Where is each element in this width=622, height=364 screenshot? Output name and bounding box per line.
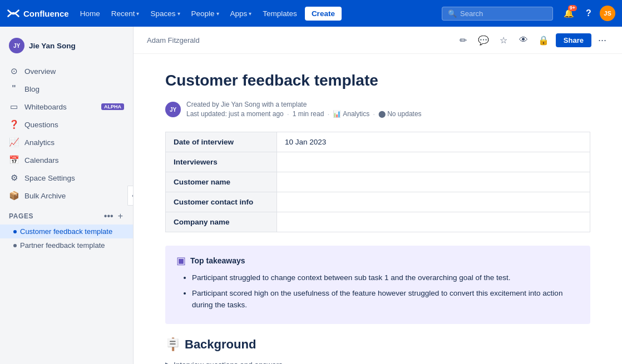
sidebar-item-label: Overview [24,67,124,76]
help-icon: ? [586,8,591,18]
restrict-button[interactable]: 🔒 [536,32,551,48]
table-cell-value[interactable] [277,212,590,232]
overview-icon: ⊙ [9,66,19,76]
breadcrumb: Adam Fitzgerald [147,36,200,44]
sidebar-item-label: Calendars [24,156,124,164]
pages-section-actions: ••• + [103,210,124,222]
search-icon: 🔍 [448,9,457,18]
calendars-icon: 📅 [9,155,19,165]
comment-icon: 💬 [478,35,489,46]
search-bar[interactable]: 🔍 Search [442,7,553,21]
table-row: Date of interview 10 Jan 2023 [166,132,590,152]
star-icon: ☆ [500,35,507,46]
sidebar-item-blog[interactable]: " Blog [0,80,133,98]
lock-icon: 🔒 [538,35,549,46]
whiteboards-icon: ▭ [9,102,19,112]
nav-templates[interactable]: Templates [258,7,302,20]
table-row: Customer name [166,172,590,192]
pages-section-header: Pages ••• + [0,205,133,225]
questions-icon: ❓ [9,119,19,129]
sidebar-user-name: Jie Yan Song [29,42,76,50]
sidebar-item-label: Blog [24,85,124,93]
page-meta: JY Created by Jie Yan Song with a templa… [165,101,590,118]
analytics-link[interactable]: 📊 Analytics [333,110,369,118]
no-updates-indicator: ⬤ No updates [378,110,421,118]
help-button[interactable]: ? [580,4,598,22]
chevron-down-icon: ▾ [136,11,139,17]
table-row: Company name [166,212,590,232]
analytics-icon: 📊 [333,110,341,118]
logo-text: Confluence [23,9,69,18]
table-cell-label: Date of interview [166,132,277,152]
nav-apps[interactable]: Apps ▾ [226,7,256,20]
chevron-down-icon: ▾ [249,11,251,17]
list-item: Participant scored high on the usefulnes… [192,288,579,311]
blog-icon: " [9,84,19,94]
table-cell-value[interactable] [277,152,590,172]
callout-title: Top takeaways [190,256,245,265]
nav-people[interactable]: People ▾ [187,7,224,20]
expandable-label: Interview questions and answers [174,361,283,364]
callout-body: Participant struggled to change context … [176,272,579,311]
sidebar-user[interactable]: JY Jie Yan Song [0,33,133,62]
nav-home[interactable]: Home [76,7,105,20]
top-takeaways-callout: ▣ Top takeaways Participant struggled to… [165,246,590,324]
table-row: Interviewers [166,152,590,172]
edit-icon: ✏ [460,35,467,46]
star-button[interactable]: ☆ [496,32,511,48]
meta-info: Created by Jie Yan Song with a template … [186,101,422,118]
pages-more-button[interactable]: ••• [103,210,115,222]
pages-add-button[interactable]: + [117,210,124,222]
background-title: Background [185,337,256,352]
sidebar-item-label: Whiteboards [24,103,93,111]
analytics-icon: 📈 [9,137,19,147]
sidebar-item-bulk-archive[interactable]: 📦 Bulk Archive [0,187,133,205]
expandable-interview-questions[interactable]: ▶ Interview questions and answers [165,358,590,364]
background-emoji: 🪧 [165,337,180,352]
comment-button[interactable]: 💬 [476,32,491,48]
table-cell-value[interactable] [277,192,590,212]
sidebar-page-partner-feedback[interactable]: Partner feedback template [0,238,133,252]
sidebar-item-whiteboards[interactable]: ▭ Whiteboards ALPHA [0,98,133,116]
edit-button[interactable]: ✏ [456,32,471,48]
share-button[interactable]: Share [556,33,591,47]
sidebar-item-analytics[interactable]: 📈 Analytics [0,133,133,151]
sidebar-item-label: Questions [24,121,124,129]
page-dot-icon [13,230,17,233]
sidebar-item-questions[interactable]: ❓ Questions [0,116,133,133]
callout-icon: ▣ [176,255,186,267]
logo[interactable]: Confluence [7,7,69,20]
notifications-button[interactable]: 🔔 9+ [560,4,577,22]
chevron-down-icon: ▾ [216,11,219,17]
create-button[interactable]: Create [305,7,342,21]
author-avatar: JY [165,102,181,117]
sidebar-collapse-toggle[interactable]: ‹ [127,186,134,206]
list-item: Participant struggled to change context … [192,272,579,283]
circle-icon: ⬤ [378,110,386,118]
nav-spaces[interactable]: Spaces ▾ [146,7,184,20]
table-cell-label: Customer name [166,172,277,192]
table-cell-label: Customer contact info [166,192,277,212]
sidebar-item-space-settings[interactable]: ⚙ Space Settings [0,169,133,187]
page-actions: ✏ 💬 ☆ 👁 🔒 Share ··· [456,32,609,48]
last-updated: Last updated: just a moment ago [186,110,284,118]
sidebar: JY Jie Yan Song ⊙ Overview " Blog ▭ Whit… [0,27,134,364]
breadcrumb-bar: Adam Fitzgerald ✏ 💬 ☆ 👁 🔒 Share ·· [134,27,622,54]
user-avatar[interactable]: JS [600,6,615,21]
sidebar-item-overview[interactable]: ⊙ Overview [0,62,133,80]
top-navigation: Confluence Home Recent ▾ Spaces ▾ People… [0,0,622,27]
chevron-right-icon: ▶ [165,361,170,364]
page-dot-icon [13,244,17,247]
content-area: Adam Fitzgerald ✏ 💬 ☆ 👁 🔒 Share ·· [134,27,622,364]
nav-recent[interactable]: Recent ▾ [107,7,144,20]
table-row: Customer contact info [166,192,590,212]
table-cell-value[interactable] [277,172,590,192]
watch-button[interactable]: 👁 [516,32,531,48]
sidebar-page-customer-feedback[interactable]: Customer feedback template [0,225,133,238]
app-layout: JY Jie Yan Song ⊙ Overview " Blog ▭ Whit… [0,27,622,364]
more-actions-button[interactable]: ··· [596,33,609,47]
table-cell-value[interactable]: 10 Jan 2023 [277,132,590,152]
confluence-logo-icon [7,7,20,20]
sidebar-item-calendars[interactable]: 📅 Calendars [0,151,133,169]
sidebar-item-label: Space Settings [24,174,124,182]
